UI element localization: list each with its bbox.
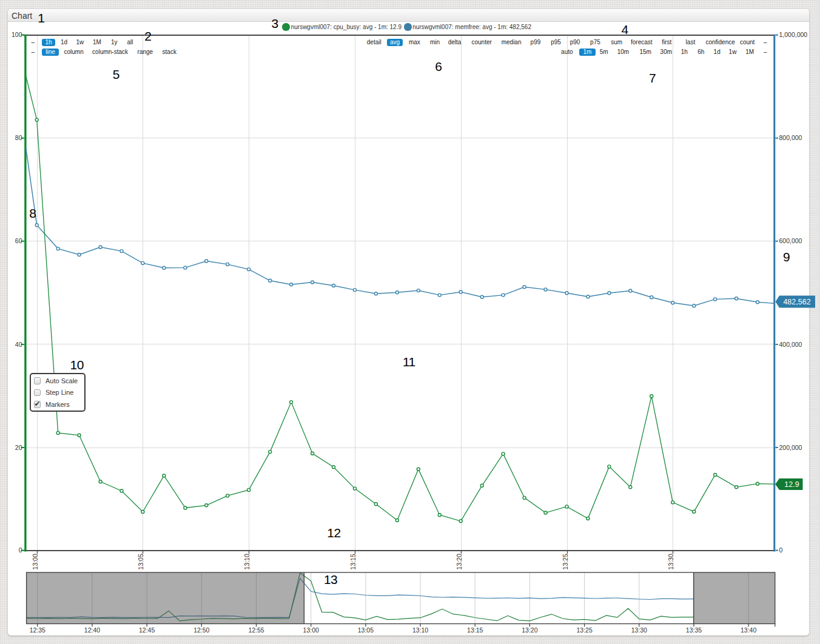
svg-text:12:45: 12:45: [139, 626, 155, 634]
svg-text:20: 20: [15, 444, 22, 451]
svg-text:13:25: 13:25: [562, 554, 569, 570]
svg-text:13:20: 13:20: [522, 626, 537, 634]
svg-text:13:35: 13:35: [686, 626, 702, 634]
svg-text:13:00: 13:00: [303, 626, 319, 634]
svg-text:13:30: 13:30: [631, 626, 647, 634]
svg-text:13:05: 13:05: [358, 626, 374, 634]
svg-text:200,000: 200,000: [779, 444, 802, 451]
svg-text:482,562: 482,562: [783, 298, 810, 306]
svg-text:13:15: 13:15: [349, 554, 357, 570]
svg-text:12:35: 12:35: [30, 626, 45, 634]
svg-text:13:40: 13:40: [741, 626, 756, 634]
svg-text:13:05: 13:05: [137, 554, 144, 570]
svg-text:13:15: 13:15: [467, 626, 483, 634]
svg-text:12:50: 12:50: [193, 626, 209, 634]
svg-text:40: 40: [15, 341, 22, 348]
svg-text:80: 80: [15, 134, 22, 141]
svg-text:400,000: 400,000: [779, 341, 802, 348]
svg-text:600,000: 600,000: [779, 237, 802, 244]
svg-text:12:55: 12:55: [248, 626, 264, 634]
svg-text:13:25: 13:25: [576, 626, 592, 634]
svg-text:100: 100: [12, 31, 22, 38]
svg-text:13:00: 13:00: [32, 554, 39, 570]
svg-text:800,000: 800,000: [779, 134, 802, 141]
svg-text:0: 0: [779, 546, 783, 554]
svg-text:13:20: 13:20: [455, 554, 463, 570]
svg-text:60: 60: [15, 237, 22, 244]
svg-text:1,000,000: 1,000,000: [779, 31, 808, 38]
svg-text:13:10: 13:10: [412, 626, 428, 634]
svg-text:13:10: 13:10: [243, 554, 250, 570]
svg-text:0: 0: [19, 546, 22, 554]
svg-text:12:40: 12:40: [84, 626, 100, 634]
svg-text:12.9: 12.9: [784, 480, 799, 489]
svg-text:13:30: 13:30: [667, 554, 674, 570]
